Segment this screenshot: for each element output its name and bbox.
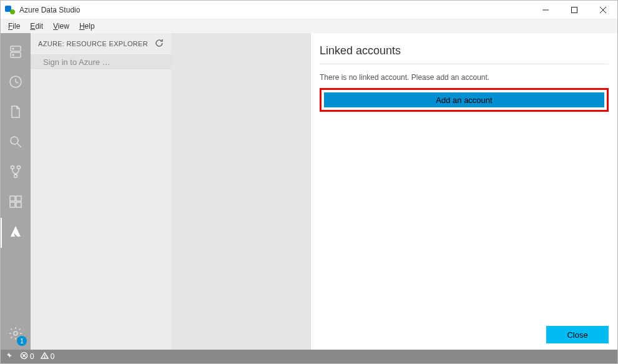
activity-explorer[interactable] <box>1 98 31 128</box>
linked-accounts-panel: Linked accounts There is no linked accou… <box>310 33 617 350</box>
activity-search[interactable] <box>1 128 31 158</box>
svg-rect-21 <box>16 202 21 207</box>
activity-extensions[interactable] <box>1 188 31 218</box>
svg-rect-18 <box>10 196 15 201</box>
window: Azure Data Studio File Edit View Help <box>0 0 618 364</box>
app-icon <box>4 4 16 16</box>
svg-point-22 <box>14 332 17 335</box>
refresh-icon <box>154 38 164 48</box>
svg-point-16 <box>17 166 21 169</box>
svg-point-17 <box>14 175 17 178</box>
activity-settings[interactable]: 1 <box>1 320 31 350</box>
menu-view[interactable]: View <box>48 21 74 32</box>
titlebar: Azure Data Studio <box>1 1 617 19</box>
close-window-button[interactable] <box>589 1 617 19</box>
clock-icon <box>8 74 23 92</box>
activity-source-control[interactable] <box>1 158 31 188</box>
server-icon <box>8 44 23 62</box>
sign-in-to-azure[interactable]: Sign in to Azure … <box>31 54 172 69</box>
app-title: Azure Data Studio <box>19 6 80 14</box>
panel-message: There is no linked account. Please add a… <box>320 73 609 82</box>
panel-footer: Close <box>320 320 609 343</box>
editor-area <box>172 33 310 350</box>
svg-point-1 <box>10 9 15 14</box>
status-errors[interactable]: 0 <box>20 352 34 362</box>
body: 1 AZURE: RESOURCE EXPLORER Sign in to Az… <box>1 33 617 350</box>
remote-icon <box>6 352 14 362</box>
menu-edit[interactable]: Edit <box>25 21 48 32</box>
status-remote[interactable] <box>6 352 14 362</box>
azure-icon <box>8 224 23 242</box>
svg-point-13 <box>11 137 18 144</box>
minimize-button[interactable] <box>531 1 560 19</box>
svg-point-15 <box>11 166 14 169</box>
panel-title: Linked accounts <box>320 44 609 57</box>
sidepanel: AZURE: RESOURCE EXPLORER Sign in to Azur… <box>31 33 172 350</box>
file-icon <box>8 104 23 122</box>
git-icon <box>8 164 23 182</box>
sign-in-label: Sign in to Azure … <box>43 57 110 67</box>
settings-badge: 1 <box>17 336 27 346</box>
sidepanel-title: AZURE: RESOURCE EXPLORER <box>38 40 148 47</box>
extensions-icon <box>8 194 23 212</box>
svg-point-27 <box>44 357 45 358</box>
svg-rect-20 <box>10 202 15 207</box>
svg-line-14 <box>17 144 21 147</box>
maximize-button[interactable] <box>560 1 589 19</box>
activity-azure[interactable] <box>1 218 31 248</box>
warning-icon <box>41 352 49 362</box>
search-icon <box>8 134 23 152</box>
svg-line-12 <box>16 82 18 83</box>
menu-help[interactable]: Help <box>74 21 100 32</box>
svg-rect-3 <box>572 7 577 12</box>
refresh-button[interactable] <box>154 38 164 49</box>
menubar: File Edit View Help <box>1 19 617 33</box>
svg-point-8 <box>12 48 14 49</box>
error-icon <box>20 352 28 362</box>
activitybar: 1 <box>1 33 31 350</box>
highlight-annotation: Add an account <box>320 88 609 112</box>
activity-tasks[interactable] <box>1 68 31 98</box>
status-warnings[interactable]: 0 <box>41 352 55 362</box>
statusbar: 0 0 <box>1 350 617 363</box>
svg-rect-19 <box>16 196 21 201</box>
sidepanel-header: AZURE: RESOURCE EXPLORER <box>31 33 172 54</box>
svg-point-9 <box>12 54 14 56</box>
warning-count: 0 <box>51 352 55 361</box>
error-count: 0 <box>30 352 34 361</box>
menu-file[interactable]: File <box>3 21 25 32</box>
window-controls <box>531 1 617 19</box>
activity-servers[interactable] <box>1 38 31 68</box>
divider <box>320 64 609 64</box>
add-account-button[interactable]: Add an account <box>324 92 604 107</box>
close-button[interactable]: Close <box>546 326 609 343</box>
